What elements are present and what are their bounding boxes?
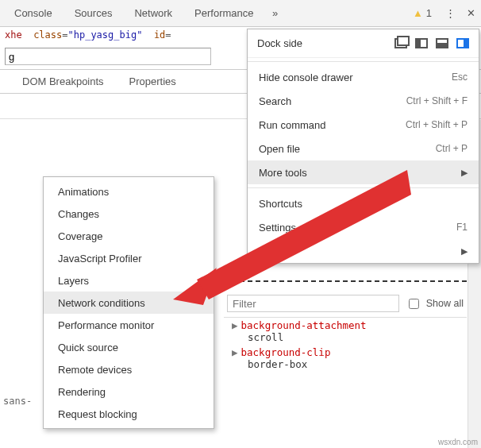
show-all-toggle[interactable]: Show all xyxy=(406,296,464,311)
menu-more-tools[interactable]: More tools ▶ xyxy=(248,160,479,184)
menu-hide-console-drawer[interactable]: Hide console drawer Esc xyxy=(248,65,479,89)
css-value: border-box xyxy=(232,358,464,370)
tab-performance[interactable]: Performance xyxy=(183,0,264,26)
close-devtools-button[interactable]: ✕ xyxy=(460,3,481,24)
css-property-row[interactable]: ▶background-attachment scroll xyxy=(224,318,467,345)
tab-console[interactable]: Console xyxy=(3,0,63,26)
dock-bottom-icon[interactable] xyxy=(436,38,448,48)
more-tools-rendering[interactable]: Rendering xyxy=(44,380,214,403)
kebab-menu-button[interactable]: ⋮ xyxy=(440,3,460,24)
devtools-tabstrip: Console Sources Network Performance » ▲ … xyxy=(0,0,481,27)
warning-icon: ▲ xyxy=(413,7,423,19)
menu-open-file[interactable]: Open file Ctrl + P xyxy=(248,137,479,160)
more-tools-js-profiler[interactable]: JavaScript Profiler xyxy=(44,247,214,269)
dashed-separator xyxy=(224,280,467,282)
more-tools-coverage[interactable]: Coverage xyxy=(44,225,214,247)
css-value: scroll xyxy=(232,331,464,343)
tab-network[interactable]: Network xyxy=(123,0,183,26)
show-all-label: Show all xyxy=(426,298,464,309)
more-tools-changes[interactable]: Changes xyxy=(44,203,214,225)
dock-side-label: Dock side xyxy=(257,37,387,49)
tabs-overflow-button[interactable]: » xyxy=(265,3,286,24)
warning-count: 1 xyxy=(426,7,432,19)
expand-icon[interactable]: ▶ xyxy=(232,319,238,331)
menu-search[interactable]: Search Ctrl + Shift + F xyxy=(248,89,479,113)
more-tools-layers[interactable]: Layers xyxy=(44,269,214,292)
dock-side-row: Dock side xyxy=(248,29,479,58)
show-all-checkbox[interactable] xyxy=(409,299,419,309)
dock-undock-icon[interactable] xyxy=(394,38,407,48)
subtab-dom-breakpoints[interactable]: DOM Breakpoints xyxy=(10,75,117,87)
computed-filter-row: Show all xyxy=(224,290,467,318)
watermark: wsxdn.com xyxy=(438,438,478,446)
computed-styles-panel: Show all ▶background-attachment scroll ▶… xyxy=(224,280,467,372)
more-tools-request-blocking[interactable]: Request blocking xyxy=(44,403,214,425)
subtab-properties[interactable]: Properties xyxy=(117,75,189,87)
expand-icon[interactable]: ▶ xyxy=(232,346,238,358)
dock-right-icon[interactable] xyxy=(456,38,469,48)
menu-settings[interactable]: Settings F1 xyxy=(248,215,479,239)
menu-run-command[interactable]: Run command Ctrl + Shift + P xyxy=(248,113,479,137)
settings-menu: Dock side Hide console drawer Esc Search… xyxy=(247,29,479,264)
more-tools-remote-devices[interactable]: Remote devices xyxy=(44,358,214,380)
filter-input[interactable] xyxy=(5,48,211,65)
more-tools-submenu: Animations Changes Coverage JavaScript P… xyxy=(43,176,214,429)
truncated-text: sans- xyxy=(0,389,41,413)
computed-filter-input[interactable] xyxy=(227,295,399,312)
warning-badge[interactable]: ▲ 1 xyxy=(405,7,440,19)
more-tools-quick-source[interactable]: Quick source xyxy=(44,336,214,358)
menu-divider xyxy=(248,187,479,188)
menu-help[interactable]: Help ▶ xyxy=(248,239,479,263)
tab-sources[interactable]: Sources xyxy=(63,0,124,26)
more-tools-animations[interactable]: Animations xyxy=(44,180,214,203)
menu-shortcuts[interactable]: Shortcuts xyxy=(248,191,479,215)
more-tools-network-conditions[interactable]: Network conditions xyxy=(44,292,214,314)
css-property-row[interactable]: ▶background-clip border-box xyxy=(224,345,467,372)
more-tools-performance-monitor[interactable]: Performance monitor xyxy=(44,314,214,336)
chevron-right-icon: ▶ xyxy=(461,168,468,178)
dock-left-icon[interactable] xyxy=(415,38,428,48)
menu-divider xyxy=(248,61,479,62)
chevron-right-icon: ▶ xyxy=(461,246,468,257)
